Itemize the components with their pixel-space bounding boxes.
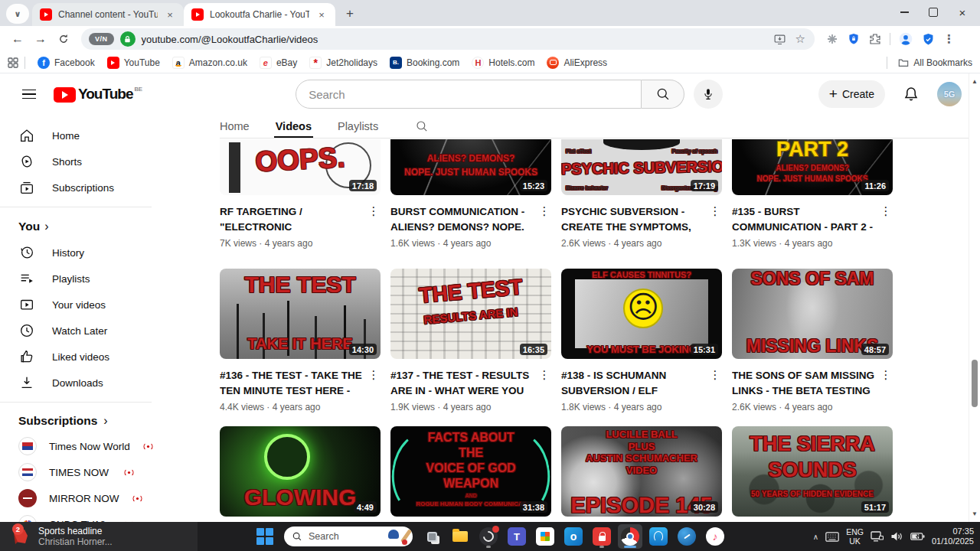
video-menu-button[interactable] [708, 368, 722, 412]
teams-button[interactable] [505, 524, 529, 549]
video-thumbnail[interactable]: 31:38FACTS ABOUTTHEVOICE OF GODWEAPONAND… [390, 426, 551, 517]
password-app-button[interactable] [590, 524, 614, 549]
create-button[interactable]: Create [818, 80, 885, 108]
vpn-extension-badge[interactable]: V/N [89, 33, 114, 45]
sidebar-channel-cnbc-tv18[interactable]: CNBC TV18 [0, 511, 161, 522]
sidebar-item-history[interactable]: History [0, 240, 161, 266]
bookmark-amazon[interactable]: aAmazon.co.uk [166, 54, 253, 71]
news-widget[interactable]: 2 Sports headline Christian Horner... [0, 522, 198, 551]
browser-tab-lookoutfa-charlie[interactable]: Lookoutfa Charlie - YouTube [184, 3, 335, 26]
taskbar-clock[interactable]: 07:35 01/10/2025 [932, 527, 974, 547]
browser-tab-channel-content[interactable]: Channel content - YouTube Stu [32, 3, 184, 26]
video-thumbnail[interactable]: 48:57SONS OF SAMMISSING LINKS [732, 269, 893, 359]
search-button[interactable] [642, 80, 684, 109]
sidebar-item-you[interactable]: You [0, 214, 161, 240]
account-avatar[interactable]: 5G [937, 82, 962, 106]
bookmark-star-icon[interactable] [795, 32, 805, 46]
video-menu-button[interactable] [367, 368, 381, 412]
video-title[interactable]: #136 - THE TEST - TAKE THE TEN MINUTE TE… [220, 368, 362, 399]
fingerprint-app-button[interactable] [646, 524, 671, 549]
youtube-logo[interactable]: YouTube BE [54, 86, 142, 103]
touch-keyboard-icon[interactable] [825, 532, 839, 542]
video-menu-button[interactable] [879, 368, 893, 412]
video-menu-button[interactable] [879, 204, 893, 249]
search-box[interactable] [296, 80, 642, 109]
bookmark-ebay[interactable]: eeBay [253, 54, 303, 71]
bookmark-hotels[interactable]: HHotels.com [466, 54, 541, 71]
video-thumbnail[interactable]: 11:26PART 2ALIENS? DEMONS?NOPE. JUST HUM… [732, 139, 893, 195]
video-thumbnail[interactable]: 51:17THE SIERRASOUNDS50 YEARS OF HIDDEN … [732, 426, 893, 517]
page-scrollbar[interactable] [969, 73, 980, 522]
forward-button[interactable]: → [31, 29, 51, 49]
sidebar-item-downloads[interactable]: Downloads [0, 370, 161, 396]
notifications-bell-icon[interactable] [902, 85, 920, 103]
adblock-shield-icon[interactable] [847, 32, 861, 46]
video-thumbnail[interactable]: 30:28LUCILLE BALLPLUSAUSTIN SCHUMACHERVI… [561, 426, 722, 517]
itunes-button[interactable] [703, 524, 727, 549]
url-text[interactable]: youtube.com/@LookoutfaCharlie/videos [142, 34, 767, 45]
video-thumbnail[interactable]: 15:31ELF CAUSES TINNITUS?YOU MUST BE JOK… [561, 269, 722, 359]
extension-gear-icon[interactable] [825, 32, 839, 46]
file-explorer-button[interactable] [448, 524, 472, 549]
scrollbar-thumb[interactable] [972, 360, 978, 407]
video-thumbnail[interactable]: 15:23ALIENS? DEMONS?NOPE. JUST HUMAN SPO… [390, 139, 551, 195]
apps-grid-icon[interactable] [8, 57, 18, 68]
sidebar-item-liked-videos[interactable]: Liked videos [0, 344, 161, 370]
video-title[interactable]: BURST COMMUNICATION - ALIENS? DEMONS? NO… [390, 204, 533, 235]
video-menu-button[interactable] [537, 368, 551, 412]
sidebar-channel-times-now-world[interactable]: Times Now World [0, 433, 161, 459]
search-input[interactable] [309, 88, 629, 101]
sidebar-item-subscriptions[interactable]: Subscriptions [0, 174, 161, 201]
new-tab-button[interactable] [340, 4, 360, 24]
video-title[interactable]: #135 - BURST COMMUNICATION - PART 2 - LO… [732, 204, 874, 235]
browser-menu-icon[interactable] [943, 32, 955, 46]
video-thumbnail[interactable]: 4:49GLOWING [220, 426, 381, 517]
tab-search-button[interactable] [6, 4, 29, 24]
language-indicator[interactable]: ENG UK [846, 527, 864, 546]
task-view-button[interactable] [420, 524, 444, 549]
sidebar-item-your-videos[interactable]: Your videos [0, 292, 161, 318]
close-tab-icon[interactable] [164, 8, 176, 21]
security-shield-check-icon[interactable] [921, 32, 936, 47]
microsoft-store-button[interactable] [533, 524, 557, 549]
video-title[interactable]: PSYCHIC SUBVERSION - CREATE THE SYMPTOMS… [561, 204, 704, 235]
sidebar-subscriptions-header[interactable]: Subscriptions [0, 409, 161, 433]
close-tab-icon[interactable] [315, 8, 328, 21]
profile-icon[interactable] [898, 31, 913, 47]
channel-tab-playlists[interactable]: Playlists [338, 115, 378, 138]
all-bookmarks-button[interactable]: All Bookmarks [880, 57, 972, 69]
channel-search-button[interactable] [415, 119, 429, 133]
reload-button[interactable] [54, 29, 74, 49]
video-title[interactable]: THE SONS OF SAM MISSING LINKS - THE BETA… [732, 368, 874, 399]
secure-lock-icon[interactable] [120, 31, 136, 47]
video-menu-button[interactable] [367, 204, 381, 249]
sidebar-item-playlists[interactable]: Playlists [0, 266, 161, 292]
sidebar-item-shorts[interactable]: Shorts [0, 148, 161, 174]
video-title[interactable]: #137 - THE TEST - RESULTS ARE IN - WHAT … [390, 368, 533, 399]
maximize-button[interactable] [919, 1, 948, 24]
speedtest-app-button[interactable] [675, 524, 699, 549]
bookmark-youtube[interactable]: YouTube [101, 54, 166, 71]
extensions-puzzle-icon[interactable] [868, 32, 882, 46]
video-thumbnail[interactable]: 14:30THE TESTTAKE IT HERE [220, 269, 381, 359]
voice-search-button[interactable] [694, 80, 723, 109]
install-app-icon[interactable] [773, 33, 786, 46]
bookmark-jet2holidays[interactable]: *Jet2holidays [303, 54, 384, 71]
sidebar-channel-times-now[interactable]: TIMES NOW [0, 459, 161, 485]
taskbar-search[interactable]: Search [284, 527, 413, 546]
guide-menu-icon[interactable] [14, 79, 44, 109]
channel-tab-home[interactable]: Home [220, 115, 250, 138]
volume-icon[interactable] [890, 531, 903, 542]
sidebar-channel-mirror-now[interactable]: MIRROR NOW [0, 485, 161, 511]
close-window-button[interactable] [948, 1, 977, 24]
start-button[interactable] [253, 524, 277, 549]
tray-chevron-up-icon[interactable] [813, 533, 818, 541]
channel-tab-videos[interactable]: Videos [276, 115, 312, 138]
video-thumbnail[interactable]: 17:18OOPS. [220, 139, 381, 195]
minimize-button[interactable] [890, 1, 919, 24]
obs-studio-button[interactable] [476, 524, 501, 549]
sidebar-item-home[interactable]: Home [0, 122, 161, 148]
battery-icon[interactable] [910, 532, 925, 541]
bookmark-booking[interactable]: B.Booking.com [384, 54, 466, 71]
video-menu-button[interactable] [708, 204, 722, 249]
